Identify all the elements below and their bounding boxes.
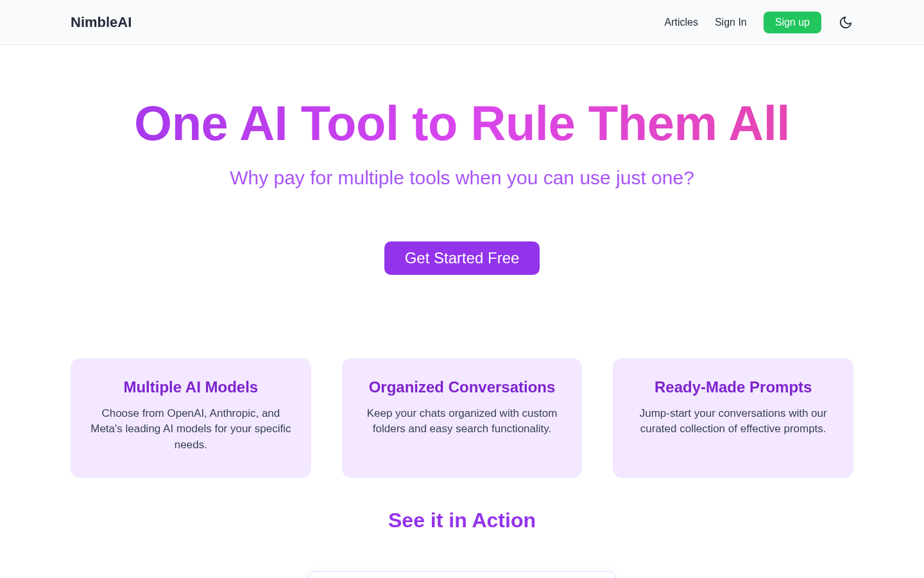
feature-card-prompts: Ready-Made Prompts Jump-start your conve… bbox=[613, 358, 853, 478]
feature-title: Organized Conversations bbox=[360, 378, 565, 397]
feature-desc: Keep your chats organized with custom fo… bbox=[360, 406, 565, 437]
feature-desc: Choose from OpenAI, Anthropic, and Meta'… bbox=[89, 406, 293, 453]
hero-section: One AI Tool to Rule Them All Why pay for… bbox=[0, 45, 924, 275]
primary-nav: Articles Sign In Sign up bbox=[664, 12, 853, 33]
signup-button[interactable]: Sign up bbox=[764, 12, 821, 33]
feature-title: Multiple AI Models bbox=[89, 378, 293, 397]
get-started-button[interactable]: Get Started Free bbox=[384, 241, 540, 275]
nav-articles[interactable]: Articles bbox=[664, 17, 697, 28]
moon-icon bbox=[839, 15, 853, 30]
site-header: NimbleAI Articles Sign In Sign up bbox=[0, 0, 924, 45]
nav-signin[interactable]: Sign In bbox=[715, 17, 747, 28]
feature-title: Ready-Made Prompts bbox=[631, 378, 835, 397]
feature-card-models: Multiple AI Models Choose from OpenAI, A… bbox=[71, 358, 311, 478]
feature-card-conversations: Organized Conversations Keep your chats … bbox=[342, 358, 583, 478]
see-it-heading: See it in Action bbox=[0, 509, 924, 532]
hero-title: One AI Tool to Rule Them All bbox=[0, 98, 924, 149]
hero-subtitle: Why pay for multiple tools when you can … bbox=[0, 167, 924, 189]
features-section: Multiple AI Models Choose from OpenAI, A… bbox=[0, 358, 924, 478]
theme-toggle[interactable] bbox=[838, 15, 853, 30]
logo[interactable]: NimbleAI bbox=[71, 14, 132, 31]
demo-preview: Select a Model bbox=[308, 571, 616, 578]
feature-desc: Jump-start your conversations with our c… bbox=[631, 406, 835, 437]
